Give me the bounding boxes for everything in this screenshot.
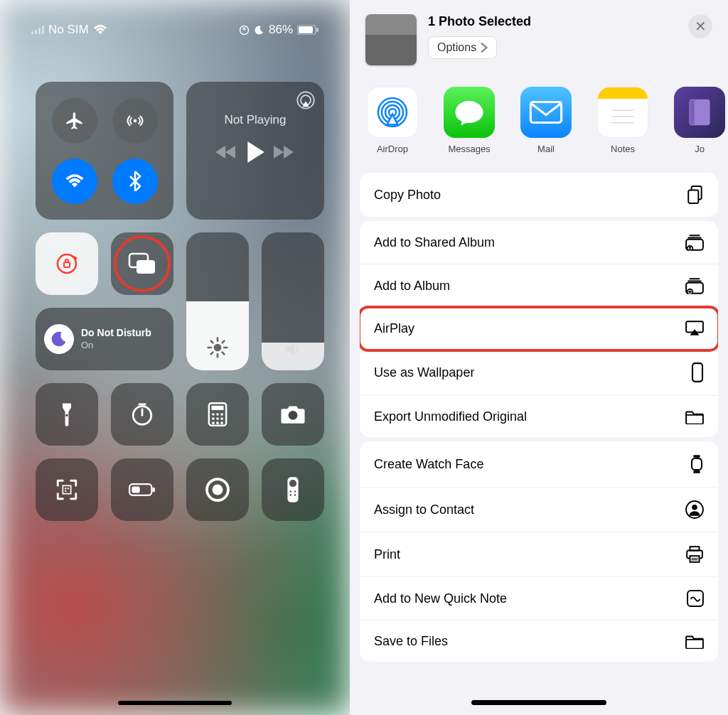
svg-point-34 — [216, 417, 219, 420]
screen-mirroring-button[interactable] — [111, 232, 173, 295]
calculator-button[interactable] — [186, 383, 249, 446]
app-mail[interactable]: Mail — [518, 87, 574, 154]
action-airplay[interactable]: AirPlay — [360, 308, 718, 350]
sim-status: No SIM — [48, 23, 89, 37]
add-album-icon — [685, 277, 704, 294]
folder-icon — [685, 409, 704, 424]
svg-point-8 — [133, 119, 136, 122]
airplane-mode-toggle[interactable] — [52, 98, 97, 144]
svg-rect-79 — [692, 363, 702, 382]
app-airdrop[interactable]: AirDrop — [364, 87, 421, 154]
airdrop-icon — [367, 87, 418, 138]
svg-point-39 — [289, 411, 298, 420]
flashlight-button[interactable] — [36, 383, 98, 446]
action-add-album[interactable]: Add to Album — [360, 264, 718, 308]
orientation-lock-button[interactable] — [36, 232, 98, 295]
battery-icon — [297, 25, 318, 35]
action-quick-note[interactable]: Add to New Quick Note — [360, 577, 718, 620]
wifi-toggle[interactable] — [52, 158, 97, 204]
connectivity-panel[interactable] — [36, 82, 173, 220]
screen-record-button[interactable] — [186, 458, 249, 521]
action-watch-face[interactable]: Create Watch Face — [360, 441, 718, 488]
svg-rect-6 — [299, 26, 313, 33]
code-scanner-button[interactable] — [36, 458, 98, 521]
action-export-original[interactable]: Export Unmodified Original — [360, 396, 718, 437]
svg-line-23 — [223, 341, 225, 343]
action-save-files[interactable]: Save to Files — [360, 620, 718, 662]
focus-title: Do Not Disturb — [81, 328, 151, 338]
notes-icon — [597, 87, 648, 138]
cellular-data-toggle[interactable] — [112, 98, 158, 144]
svg-point-24 — [65, 414, 68, 416]
svg-rect-64 — [690, 100, 695, 124]
airplay-audio-icon[interactable] — [296, 90, 316, 110]
previous-track-icon[interactable] — [215, 144, 237, 160]
svg-rect-40 — [63, 485, 70, 493]
next-track-icon[interactable] — [274, 144, 295, 160]
airplay-icon — [685, 321, 704, 336]
svg-point-31 — [216, 413, 219, 416]
svg-rect-45 — [132, 487, 139, 493]
svg-point-50 — [289, 480, 296, 487]
moon-icon — [44, 324, 74, 354]
svg-point-48 — [213, 485, 223, 495]
svg-rect-67 — [689, 235, 700, 236]
share-title: 1 Photo Selected — [428, 14, 677, 29]
journal-icon — [674, 87, 725, 138]
svg-rect-46 — [153, 488, 155, 493]
action-copy-photo[interactable]: Copy Photo — [360, 173, 718, 217]
svg-rect-59 — [530, 102, 561, 123]
svg-point-36 — [212, 421, 215, 424]
svg-point-54 — [294, 494, 296, 496]
action-assign-contact[interactable]: Assign to Contact — [360, 488, 718, 532]
apple-tv-remote-button[interactable] — [262, 458, 324, 521]
app-messages[interactable]: Messages — [441, 87, 498, 154]
svg-rect-88 — [690, 556, 700, 562]
share-options-button[interactable]: Options — [428, 36, 497, 59]
camera-button[interactable] — [262, 383, 324, 446]
app-notes[interactable]: Notes — [594, 87, 651, 154]
svg-point-52 — [294, 490, 296, 493]
mail-icon — [520, 87, 572, 138]
printer-icon — [685, 545, 704, 564]
action-add-shared-album[interactable]: Add to Shared Album — [360, 221, 718, 264]
sun-icon — [206, 336, 229, 359]
home-indicator[interactable] — [471, 700, 606, 705]
action-print[interactable]: Print — [360, 532, 718, 577]
svg-rect-12 — [64, 262, 70, 267]
svg-point-53 — [290, 494, 292, 496]
svg-point-33 — [212, 417, 215, 420]
timer-button[interactable] — [111, 383, 173, 446]
svg-point-35 — [220, 417, 223, 420]
svg-rect-72 — [689, 278, 700, 279]
focus-button[interactable]: Do Not Disturb On — [36, 308, 173, 370]
contact-icon — [685, 500, 704, 519]
do-not-disturb-icon — [254, 25, 264, 36]
cellular-bars-icon — [31, 26, 44, 34]
app-other[interactable]: Jo — [671, 87, 728, 154]
svg-rect-81 — [692, 458, 702, 470]
svg-rect-2 — [38, 28, 41, 34]
options-label: Options — [437, 41, 476, 54]
photo-thumbnail[interactable] — [365, 14, 417, 65]
chevron-right-icon — [481, 43, 488, 53]
home-indicator[interactable] — [118, 701, 232, 705]
share-apps-row[interactable]: AirDrop Messages Mail — [350, 77, 728, 168]
close-icon: ✕ — [695, 18, 707, 35]
close-button[interactable]: ✕ — [688, 14, 712, 38]
svg-point-11 — [58, 254, 76, 273]
media-panel[interactable]: Not Playing — [186, 82, 324, 220]
volume-slider[interactable] — [262, 232, 324, 370]
svg-rect-66 — [688, 190, 698, 203]
brightness-slider[interactable] — [186, 232, 249, 370]
watch-icon — [690, 454, 704, 474]
svg-rect-42 — [68, 488, 69, 489]
play-icon[interactable] — [246, 141, 264, 163]
svg-rect-0 — [31, 31, 33, 34]
low-power-mode-button[interactable] — [111, 458, 173, 521]
svg-rect-7 — [316, 28, 318, 32]
svg-point-15 — [214, 344, 222, 352]
focus-state: On — [81, 340, 151, 350]
action-wallpaper[interactable]: Use as Wallpaper — [360, 350, 718, 396]
bluetooth-toggle[interactable] — [112, 158, 158, 204]
